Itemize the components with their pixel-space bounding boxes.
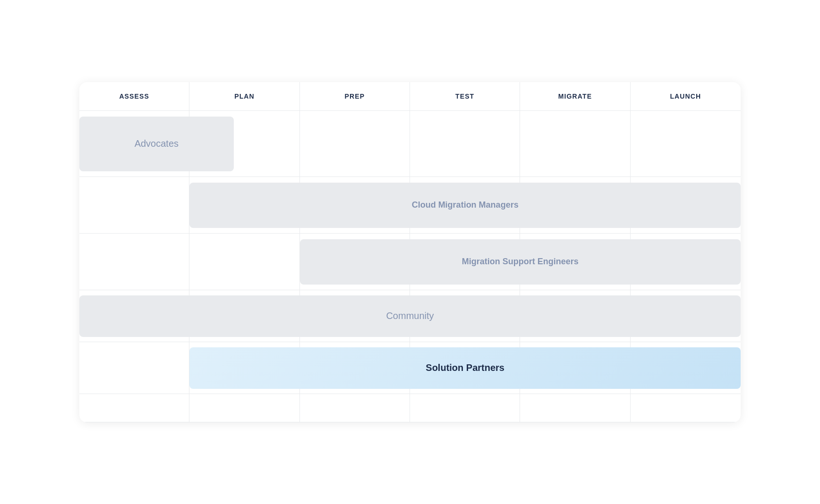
cell-community-col5	[631, 290, 741, 342]
cell-community-col3	[410, 290, 520, 342]
grid-body: AdvocatesCloud Migration ManagersMigrati…	[79, 111, 741, 422]
cell-migration-support-engineers-col2	[300, 234, 410, 290]
cell-community-col1	[189, 290, 299, 342]
cell-cloud-migration-managers-col5	[631, 177, 741, 234]
cell-advocates-col1	[189, 111, 299, 177]
cell-community-col2	[300, 290, 410, 342]
cell-cloud-migration-managers-col4	[520, 177, 630, 234]
cell-empty-col4	[520, 394, 630, 422]
cell-solution-partners-col4	[520, 342, 630, 394]
cell-cloud-migration-managers-col3	[410, 177, 520, 234]
cell-advocates-col5	[631, 111, 741, 177]
cell-advocates-col3	[410, 111, 520, 177]
cell-cloud-migration-managers-col1	[189, 177, 299, 234]
cell-solution-partners-col0	[79, 342, 189, 394]
cell-solution-partners-col1	[189, 342, 299, 394]
header-row: ASSESS PLAN PREP TEST MIGRATE LAUNCH	[79, 82, 741, 111]
cell-empty-col2	[300, 394, 410, 422]
header-launch: LAUNCH	[631, 82, 741, 110]
row-cloud-migration-managers: Cloud Migration Managers	[79, 177, 741, 234]
cell-cloud-migration-managers-col0	[79, 177, 189, 234]
row-migration-support-engineers: Migration Support Engineers	[79, 234, 741, 290]
cell-solution-partners-col2	[300, 342, 410, 394]
row-community: Community	[79, 290, 741, 342]
cell-advocates-col0	[79, 111, 189, 177]
header-plan: PLAN	[189, 82, 299, 110]
main-container: ASSESS PLAN PREP TEST MIGRATE LAUNCH Adv…	[79, 82, 741, 422]
cell-advocates-col2	[300, 111, 410, 177]
cell-cloud-migration-managers-col2	[300, 177, 410, 234]
cell-empty-col0	[79, 394, 189, 422]
row-advocates: Advocates	[79, 111, 741, 177]
header-test: TEST	[410, 82, 520, 110]
cell-community-col4	[520, 290, 630, 342]
cell-solution-partners-col3	[410, 342, 520, 394]
cell-migration-support-engineers-col0	[79, 234, 189, 290]
cell-advocates-col4	[520, 111, 630, 177]
cell-migration-support-engineers-col5	[631, 234, 741, 290]
cell-empty-col3	[410, 394, 520, 422]
cell-migration-support-engineers-col3	[410, 234, 520, 290]
row-solution-partners: Solution Partners	[79, 342, 741, 394]
header-assess: ASSESS	[79, 82, 189, 110]
cell-solution-partners-col5	[631, 342, 741, 394]
row-empty	[79, 394, 741, 422]
header-prep: PREP	[300, 82, 410, 110]
header-migrate: MIGRATE	[520, 82, 630, 110]
cell-empty-col1	[189, 394, 299, 422]
cell-migration-support-engineers-col4	[520, 234, 630, 290]
cell-empty-col5	[631, 394, 741, 422]
cell-community-col0	[79, 290, 189, 342]
cell-migration-support-engineers-col1	[189, 234, 299, 290]
